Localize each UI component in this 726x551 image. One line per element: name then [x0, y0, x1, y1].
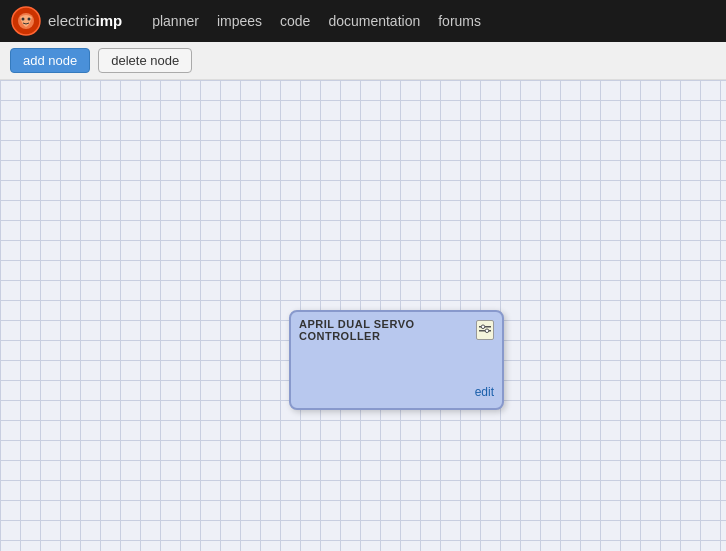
- node-header: APRIL DUAL SERVO CONTROLLER: [299, 318, 494, 342]
- node-card[interactable]: APRIL DUAL SERVO CONTROLLER edit: [289, 310, 504, 410]
- node-edit-link[interactable]: edit: [475, 385, 494, 399]
- svg-point-5: [481, 325, 485, 329]
- canvas: APRIL DUAL SERVO CONTROLLER edit: [0, 80, 726, 551]
- add-node-button[interactable]: add node: [10, 48, 90, 73]
- main-nav: planner impees code documentation forums: [152, 13, 481, 29]
- header: electricimp planner impees code document…: [0, 0, 726, 42]
- node-body: [299, 348, 494, 378]
- nav-planner[interactable]: planner: [152, 13, 199, 29]
- nav-code[interactable]: code: [280, 13, 310, 29]
- nav-impees[interactable]: impees: [217, 13, 262, 29]
- logo-area: electricimp: [10, 5, 122, 37]
- logo-text: electricimp: [48, 12, 122, 30]
- toolbar: add node delete node: [0, 42, 726, 80]
- settings-icon[interactable]: [476, 320, 494, 340]
- node-footer: edit: [299, 382, 494, 400]
- node-title: APRIL DUAL SERVO CONTROLLER: [299, 318, 476, 342]
- svg-point-2: [22, 18, 25, 21]
- nav-documentation[interactable]: documentation: [328, 13, 420, 29]
- svg-point-7: [485, 329, 489, 333]
- svg-point-3: [28, 18, 31, 21]
- nav-forums[interactable]: forums: [438, 13, 481, 29]
- delete-node-button[interactable]: delete node: [98, 48, 192, 73]
- logo-icon: [10, 5, 42, 37]
